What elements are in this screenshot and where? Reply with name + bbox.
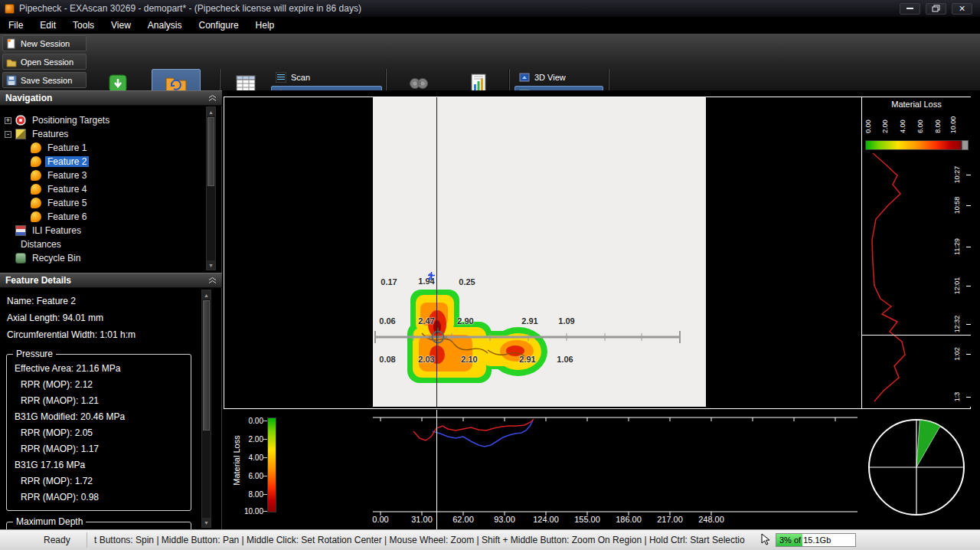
tree-item-feature-6[interactable]: Feature 6 xyxy=(0,210,211,224)
navigation-scrollbar[interactable]: ▲ ▼ xyxy=(206,106,216,270)
tree-item-label: Positioning Targets xyxy=(30,115,112,126)
window-title: Pipecheck - EXAscan 30269 - demopart* - … xyxy=(19,3,900,14)
tree-item-label: Feature 5 xyxy=(45,198,89,208)
scale-tick-label: 4.00 xyxy=(233,453,263,462)
scale-tick-label: 8.00 xyxy=(233,490,263,499)
expand-icon[interactable]: + xyxy=(5,117,11,124)
menu-tools[interactable]: Tools xyxy=(64,18,103,33)
scroll-up-arrow[interactable]: ▲ xyxy=(207,107,215,116)
scan-mode-button[interactable]: Scan xyxy=(271,69,382,86)
feature-icon xyxy=(31,142,41,153)
axial-profile-chart[interactable] xyxy=(373,410,858,529)
view-frame-line xyxy=(224,408,971,409)
tree-item-label-selected: Feature 2 xyxy=(45,156,89,167)
depth-annotation: 2.91 xyxy=(519,355,535,364)
tree-item-positioning-targets[interactable]: + Positioning Targets xyxy=(0,113,211,127)
pressure-rpr-mop-2: RPR (MOP): 2.05 xyxy=(7,425,191,441)
scroll-thumb[interactable] xyxy=(203,300,210,431)
recycle-bin-icon xyxy=(15,253,26,264)
tree-item-label: Feature 3 xyxy=(45,170,89,181)
restore-button[interactable] xyxy=(926,3,946,15)
feature-details-panel-header[interactable]: Feature Details xyxy=(0,273,222,288)
progress-text: 3% of 15.1Gb xyxy=(779,535,831,545)
tree-item-feature-4[interactable]: Feature 4 xyxy=(0,182,211,196)
tree-item-features[interactable]: - Features xyxy=(0,127,211,141)
x-axis-label: 124.00 xyxy=(533,515,559,524)
tree-item-label: ILI Features xyxy=(30,225,83,236)
view-3d-button[interactable]: 3D View xyxy=(514,69,603,86)
details-scrollbar[interactable]: ▲ ▼ xyxy=(201,290,211,528)
depth-annotations-layer: 0.171.940.250.062.472.902.911.090.082.03… xyxy=(373,97,706,407)
open-session-label: Open Session xyxy=(21,57,74,67)
menu-configure[interactable]: Configure xyxy=(191,18,247,33)
save-session-button[interactable]: Save Session xyxy=(2,72,87,88)
colorbar-end-cap xyxy=(962,140,969,150)
save-session-icon xyxy=(6,75,17,86)
polar-clock-view[interactable] xyxy=(863,414,970,521)
minimize-button[interactable] xyxy=(900,3,920,15)
tree-item-label: Feature 1 xyxy=(45,142,89,153)
feature-icon xyxy=(31,170,41,181)
cursor-icon xyxy=(760,533,772,547)
tree-item-feature-1[interactable]: Feature 1 xyxy=(0,141,211,155)
restore-icon xyxy=(932,5,940,12)
main-viewport[interactable]: 0.171.940.250.062.472.902.911.090.082.03… xyxy=(222,90,980,529)
scroll-down-arrow[interactable]: ▼ xyxy=(202,518,211,527)
tree-item-feature-3[interactable]: Feature 3 xyxy=(0,169,211,182)
scroll-up-arrow[interactable]: ▲ xyxy=(202,290,211,300)
navigation-tree: + Positioning Targets - Features Feature… xyxy=(0,105,211,272)
scroll-down-arrow[interactable]: ▼ xyxy=(207,260,215,270)
crosshair-horizontal xyxy=(862,335,971,336)
scale-tick-label: 2.00 xyxy=(233,435,263,444)
scale-tick-label: 4.00 xyxy=(899,119,906,133)
tree-item-recycle-bin[interactable]: Recycle Bin xyxy=(0,251,211,265)
scan-label: Scan xyxy=(291,73,310,82)
open-session-button[interactable]: Open Session xyxy=(2,54,87,70)
tree-item-feature-2[interactable]: Feature 2 xyxy=(0,155,211,169)
menu-edit[interactable]: Edit xyxy=(31,18,64,33)
clock-position-label: 1:3 xyxy=(953,392,961,402)
collapse-chevron-icon[interactable] xyxy=(208,94,217,102)
memory-progressbar: 3% of 15.1Gb xyxy=(776,533,856,547)
statusbar: Ready t Buttons: Spin | Middle Button: P… xyxy=(0,529,980,550)
feature-name: Name: Feature 2 xyxy=(0,293,211,309)
pressure-groupbox: Pressure Effective Area: 21.16 MPa RPR (… xyxy=(6,354,191,511)
collapse-chevron-icon[interactable] xyxy=(208,277,217,284)
corrosion-map-2d[interactable]: 0.171.940.250.062.472.902.911.090.082.03… xyxy=(373,97,706,407)
depth-annotation: 0.06 xyxy=(379,316,395,326)
menu-view[interactable]: View xyxy=(103,18,139,33)
collapse-icon[interactable]: - xyxy=(5,131,11,138)
status-ready: Ready xyxy=(44,535,70,545)
scroll-thumb[interactable] xyxy=(207,117,214,186)
feature-marker-cross-icon xyxy=(428,272,435,279)
crosshair-vertical-bottom xyxy=(436,410,437,529)
pressure-group-title: Pressure xyxy=(13,349,56,359)
tree-item-label: Distances xyxy=(18,239,64,250)
tree-item-distances[interactable]: Distances xyxy=(0,237,211,251)
x-axis-label: 248.00 xyxy=(698,515,724,524)
material-loss-colorbar xyxy=(865,140,962,150)
view-frame-line xyxy=(224,97,224,409)
depth-annotation: 0.25 xyxy=(459,277,475,286)
depth-annotation: 2.90 xyxy=(457,316,473,326)
axis-tick xyxy=(966,324,971,325)
feature-2-marker[interactable]: 2 xyxy=(428,272,433,281)
menu-analysis[interactable]: Analysis xyxy=(139,18,191,33)
axis-tick xyxy=(966,286,971,286)
material-loss-side-panel[interactable]: Material Loss 0.00 2.00 4.00 6.00 8.00 1… xyxy=(862,97,971,407)
feature-axial-length: Axial Length: 94.01 mm xyxy=(0,309,211,326)
new-session-button[interactable]: New Session xyxy=(2,35,87,51)
tree-item-feature-5[interactable]: Feature 5 xyxy=(0,196,211,210)
menu-file[interactable]: File xyxy=(0,18,31,33)
app-icon xyxy=(5,4,15,14)
depth-annotation: 2.47 xyxy=(418,316,434,326)
close-button[interactable]: × xyxy=(952,3,972,15)
tree-item-ili-features[interactable]: ILI Features xyxy=(0,224,211,237)
tree-item-label: Feature 4 xyxy=(45,184,89,195)
x-axis-label: 155.00 xyxy=(574,515,600,524)
close-icon: × xyxy=(959,3,965,14)
navigation-panel-header[interactable]: Navigation xyxy=(0,90,222,106)
menu-help[interactable]: Help xyxy=(247,18,283,33)
material-loss-colorbar-vertical xyxy=(267,417,276,512)
pressure-rpr-mop: RPR (MOP): 2.12 xyxy=(7,377,191,393)
